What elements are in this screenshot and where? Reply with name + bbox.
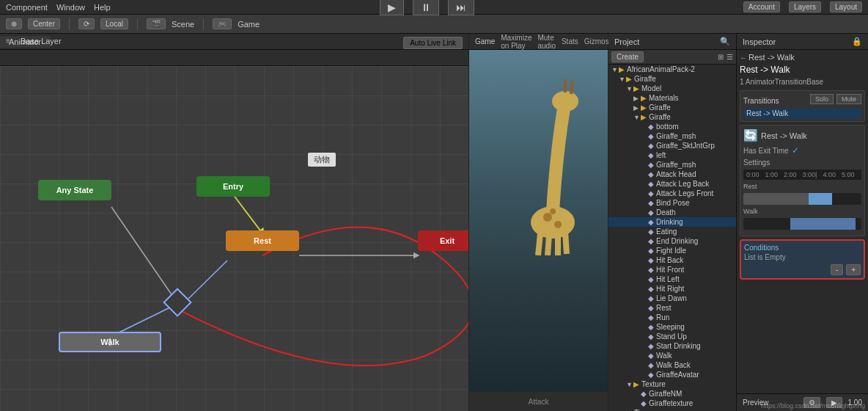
tree-item[interactable]: ◆GiraffeAvatar bbox=[608, 370, 736, 379]
rest-walk-nav: Rest -> Walk bbox=[749, 53, 795, 62]
tree-item[interactable]: ◆Walk Back bbox=[608, 360, 736, 370]
stats-btn[interactable]: Stats bbox=[562, 37, 578, 46]
tree-item[interactable]: ▼▶Model bbox=[608, 84, 736, 93]
preview-settings-btn[interactable]: ⚙ bbox=[803, 397, 820, 408]
tree-item[interactable]: ▼▶Giraffe bbox=[608, 74, 736, 84]
transition-item[interactable]: Rest -> Walk bbox=[743, 109, 861, 118]
toolbar: ⊕ Center ⟳ Local 🎬 Scene 🎮 Game bbox=[0, 15, 868, 34]
time-5: 5:00 bbox=[842, 171, 855, 178]
tree-item[interactable]: ◆Attack Leg Back bbox=[608, 179, 736, 189]
time-0: 0:00 bbox=[746, 171, 760, 178]
diamond-transition-node[interactable] bbox=[163, 288, 192, 317]
tree-item[interactable]: ◆Run bbox=[608, 313, 736, 322]
conditions-section: Conditions List is Empty - + bbox=[740, 239, 865, 280]
giraffe-image bbox=[512, 65, 600, 255]
search-icon[interactable]: 🔍 bbox=[720, 37, 730, 46]
maximize-on-play[interactable]: Maximize on Play bbox=[501, 34, 532, 50]
transitions-label: Transitions bbox=[743, 97, 779, 105]
layout-button[interactable]: Layout bbox=[830, 1, 862, 12]
conditions-title: Conditions bbox=[744, 244, 861, 252]
svg-line-5 bbox=[188, 261, 227, 299]
project-tree[interactable]: ▼▶AfricanAnimalPack-2▼▶Giraffe▼▶Model▶▶M… bbox=[608, 65, 736, 411]
tree-item[interactable]: ▼▶Giraffe bbox=[608, 112, 736, 122]
anim-label: 动物 bbox=[308, 153, 336, 167]
inspector-lock-icon[interactable]: 🔒 bbox=[852, 37, 862, 46]
has-exit-time-row: Has Exit Time ✓ bbox=[743, 145, 861, 156]
mute-audio[interactable]: Mute audio bbox=[537, 34, 555, 50]
rest-node[interactable]: Rest bbox=[226, 230, 299, 251]
center-btn[interactable]: Center bbox=[28, 18, 60, 29]
any-state-node[interactable]: Any State bbox=[38, 180, 111, 200]
tree-item[interactable]: ◆Giraffe_SktJntGrp bbox=[608, 141, 736, 150]
nav-back-arrow[interactable]: ← bbox=[740, 54, 747, 62]
has-exit-time-checkbox[interactable]: ✓ bbox=[792, 145, 799, 156]
tree-item[interactable]: ◆Rest bbox=[608, 303, 736, 313]
space-btn[interactable]: Local bbox=[100, 18, 128, 29]
tree-item[interactable]: ◆Stand Up bbox=[608, 332, 736, 341]
tree-item[interactable]: ◆Attack Legs Front bbox=[608, 189, 736, 198]
create-btn[interactable]: Create bbox=[611, 51, 644, 62]
tree-item[interactable]: ◆GiraffeNM bbox=[608, 389, 736, 399]
preview-label: Preview bbox=[743, 399, 769, 407]
tree-item[interactable]: ◆Death bbox=[608, 208, 736, 217]
scene-tab-btn[interactable]: 🎬 bbox=[147, 18, 166, 29]
tree-item[interactable]: ◆Sleeping bbox=[608, 322, 736, 332]
tree-item[interactable]: ◆bottom bbox=[608, 122, 736, 131]
preview-play-btn[interactable]: ▶ bbox=[826, 397, 842, 408]
auto-live-link-btn[interactable]: Auto Live Link bbox=[403, 37, 463, 49]
main-layout: Animator Base Layer ≡ Auto Live Link bbox=[0, 34, 868, 411]
local-btn[interactable]: ⟳ bbox=[78, 18, 95, 29]
exit-node[interactable]: Exit bbox=[418, 230, 468, 251]
menu-component[interactable]: Component bbox=[6, 3, 48, 12]
solo-btn[interactable]: Solo bbox=[810, 94, 834, 104]
tree-item[interactable]: ◆Hit Left bbox=[608, 274, 736, 284]
tree-item[interactable]: ▶▶Materials bbox=[608, 93, 736, 103]
tree-item[interactable]: ▼▶AfricanAnimalPack-2 bbox=[608, 65, 736, 74]
pause-button[interactable]: ⏸ bbox=[413, 0, 439, 15]
mute-btn[interactable]: Mute bbox=[836, 94, 861, 104]
svg-line-10 bbox=[571, 81, 573, 94]
tree-item[interactable]: ◆Fight Idle bbox=[608, 246, 736, 255]
menu-bar: Component Window Help ▶ ⏸ ⏭ Account Laye… bbox=[0, 0, 868, 15]
tree-item[interactable]: ◆Start Drinking bbox=[608, 341, 736, 351]
tree-item[interactable]: ▼▶Texture bbox=[608, 379, 736, 389]
tree-item[interactable]: ◆Giraffe_msh bbox=[608, 160, 736, 170]
game-tab-label: Game bbox=[475, 37, 495, 46]
game-content[interactable] bbox=[469, 50, 608, 392]
conditions-plus-btn[interactable]: + bbox=[846, 264, 861, 275]
menu-window[interactable]: Window bbox=[56, 3, 85, 12]
tree-item[interactable]: ◆Eating bbox=[608, 227, 736, 236]
walk-node[interactable]: Walk ↑ bbox=[59, 332, 161, 352]
conditions-minus-btn[interactable]: - bbox=[831, 264, 843, 275]
walk-bar[interactable] bbox=[743, 218, 861, 230]
tree-item[interactable]: ▶▶Giraffe bbox=[608, 103, 736, 112]
animator-content[interactable]: 动物 Any State Entry Rest Exit Walk ↑ bbox=[0, 66, 468, 411]
project-header: Project 🔍 bbox=[608, 34, 736, 50]
entry-node[interactable]: Entry bbox=[196, 176, 270, 197]
tree-item[interactable]: ◆Hit Right bbox=[608, 284, 736, 294]
tree-item[interactable]: ◆Walk bbox=[608, 351, 736, 360]
tree-item[interactable]: ◆Drinking bbox=[608, 217, 736, 227]
step-button[interactable]: ⏭ bbox=[448, 0, 474, 15]
layer-indicator: ≡ bbox=[6, 37, 10, 45]
tree-item[interactable]: ◆End Drinking bbox=[608, 236, 736, 246]
rest-bar[interactable] bbox=[743, 193, 861, 205]
tree-item[interactable]: ◆Hit Back bbox=[608, 255, 736, 265]
pivot-btn[interactable]: ⊕ bbox=[6, 18, 22, 29]
inspector-nav: ← Rest -> Walk bbox=[740, 53, 865, 62]
tree-item[interactable]: ▶▶Tiger bbox=[608, 408, 736, 411]
tree-item[interactable]: ◆Bind Pose bbox=[608, 198, 736, 208]
gizmos-btn[interactable]: Gizmos bbox=[584, 37, 609, 46]
tree-item[interactable]: ◆Lie Dawn bbox=[608, 294, 736, 303]
tree-item[interactable]: ◆Giraffe_msh bbox=[608, 131, 736, 141]
menu-help[interactable]: Help bbox=[94, 3, 111, 12]
time-4: 4:00 bbox=[823, 171, 836, 178]
layers-button[interactable]: Layers bbox=[789, 1, 821, 12]
tree-item[interactable]: ◆Hit Front bbox=[608, 265, 736, 274]
play-button[interactable]: ▶ bbox=[380, 0, 404, 15]
tree-item[interactable]: ◆left bbox=[608, 150, 736, 160]
account-button[interactable]: Account bbox=[743, 1, 780, 12]
tree-item[interactable]: ◆Giraffetexture bbox=[608, 399, 736, 408]
game-tab-btn[interactable]: 🎮 bbox=[213, 18, 232, 29]
tree-item[interactable]: ◆Attack Head bbox=[608, 170, 736, 179]
